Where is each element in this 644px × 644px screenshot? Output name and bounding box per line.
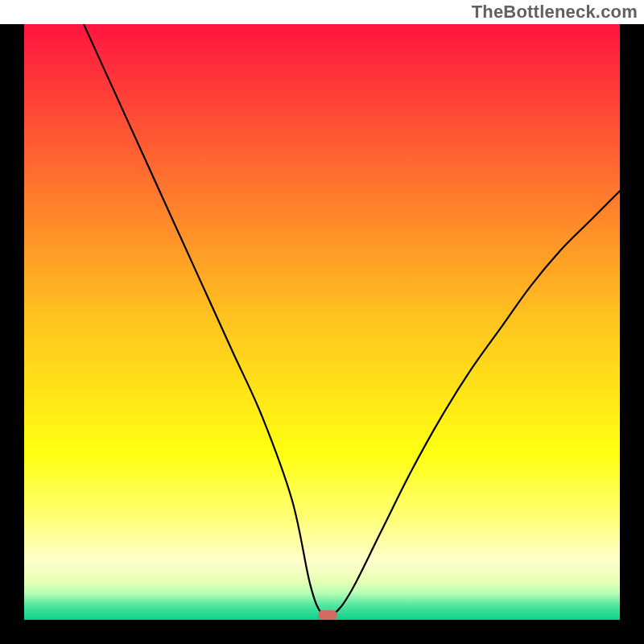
plot-background	[24, 24, 620, 620]
chart-frame: TheBottleneck.com	[0, 0, 644, 644]
minimum-marker	[318, 610, 337, 620]
watermark-label: TheBottleneck.com	[472, 2, 638, 23]
plot-area	[24, 24, 620, 620]
